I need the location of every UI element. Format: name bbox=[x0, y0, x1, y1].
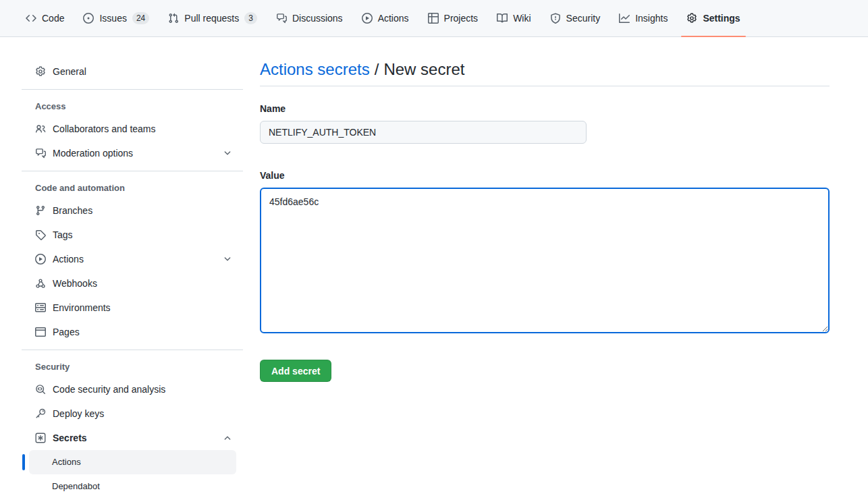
sidebar-section-code-automation: Code and automation bbox=[22, 177, 243, 198]
sidebar-item-label: Tags bbox=[53, 228, 73, 242]
sidebar-item-label: Actions bbox=[52, 455, 81, 469]
tab-label: Issues bbox=[99, 13, 126, 24]
sidebar-subitem-secrets-actions[interactable]: Actions bbox=[29, 450, 236, 474]
tab-actions[interactable]: Actions bbox=[356, 0, 414, 36]
sidebar-item-branches[interactable]: Branches bbox=[22, 198, 238, 223]
tab-label: Insights bbox=[635, 13, 668, 24]
chevron-down-icon bbox=[223, 254, 232, 264]
sidebar-item-general[interactable]: General bbox=[22, 59, 238, 84]
gear-icon bbox=[35, 66, 46, 77]
play-icon bbox=[362, 13, 373, 24]
sidebar-item-label: Pages bbox=[53, 325, 80, 339]
table-icon bbox=[428, 13, 439, 24]
pull-requests-count-badge: 3 bbox=[244, 12, 257, 24]
sidebar-divider bbox=[22, 350, 243, 350]
sidebar-item-code-security[interactable]: Code security and analysis bbox=[22, 377, 238, 401]
tab-insights[interactable]: Insights bbox=[614, 0, 673, 36]
sidebar-item-label: Moderation options bbox=[53, 146, 133, 160]
sidebar-item-environments[interactable]: Environments bbox=[22, 296, 238, 320]
tab-wiki[interactable]: Wiki bbox=[491, 0, 536, 36]
key-asterisk-icon bbox=[35, 433, 46, 443]
breadcrumb: Actions secrets/New secret bbox=[260, 59, 830, 86]
sidebar-item-label: Deploy keys bbox=[53, 407, 104, 420]
tab-security[interactable]: Security bbox=[545, 0, 606, 36]
tab-label: Actions bbox=[378, 13, 409, 24]
comment-discussion-icon bbox=[276, 13, 287, 24]
tab-code[interactable]: Code bbox=[20, 0, 70, 36]
key-icon bbox=[35, 408, 46, 419]
chevron-up-icon bbox=[223, 433, 232, 443]
secret-name-input[interactable] bbox=[260, 121, 587, 144]
sidebar-item-label: Webhooks bbox=[53, 277, 97, 290]
code-icon bbox=[26, 13, 36, 24]
server-icon bbox=[35, 302, 46, 313]
browser-icon bbox=[35, 327, 46, 337]
git-branch-icon bbox=[35, 205, 46, 216]
sidebar-item-label: Branches bbox=[53, 204, 92, 217]
issue-opened-icon bbox=[83, 13, 94, 24]
sidebar-section-access: Access bbox=[22, 95, 243, 117]
sidebar-divider bbox=[22, 89, 243, 90]
breadcrumb-separator: / bbox=[375, 60, 379, 78]
secret-value-textarea[interactable]: 45fd6ae56c bbox=[260, 188, 830, 333]
sidebar-item-deploy-keys[interactable]: Deploy keys bbox=[22, 401, 238, 426]
sidebar-item-label: Dependabot bbox=[52, 480, 100, 493]
add-secret-button[interactable]: Add secret bbox=[260, 360, 331, 382]
codescan-icon bbox=[35, 384, 46, 395]
sidebar-item-label: General bbox=[53, 65, 86, 78]
sidebar-item-label: Environments bbox=[53, 301, 111, 314]
webhook-icon bbox=[35, 278, 46, 289]
git-pull-request-icon bbox=[168, 13, 179, 24]
tab-label: Projects bbox=[444, 13, 479, 24]
sidebar-item-secrets[interactable]: Secrets bbox=[22, 426, 238, 450]
settings-page: General Access Collaborators and teams M… bbox=[0, 37, 868, 499]
chevron-down-icon bbox=[223, 148, 232, 158]
tab-label: Wiki bbox=[513, 13, 531, 24]
sidebar-item-label: Secrets bbox=[53, 431, 87, 445]
sidebar-item-label: Actions bbox=[53, 252, 84, 266]
sidebar-item-collaborators[interactable]: Collaborators and teams bbox=[22, 117, 238, 141]
sidebar-item-webhooks[interactable]: Webhooks bbox=[22, 271, 238, 296]
tab-label: Discussions bbox=[292, 13, 343, 24]
book-icon bbox=[497, 13, 508, 24]
graph-icon bbox=[619, 13, 630, 24]
sidebar-item-label: Code security and analysis bbox=[53, 383, 165, 396]
sidebar-subitem-secrets-dependabot[interactable]: Dependabot bbox=[29, 474, 236, 499]
tab-label: Code bbox=[42, 13, 64, 24]
tab-label: Pull requests bbox=[184, 13, 239, 24]
sidebar-divider bbox=[22, 171, 243, 171]
tab-pull-requests[interactable]: Pull requests 3 bbox=[163, 0, 263, 36]
actions-secrets-link[interactable]: Actions secrets bbox=[260, 60, 370, 78]
shield-icon bbox=[550, 13, 561, 24]
play-icon bbox=[35, 254, 46, 265]
tab-label: Security bbox=[566, 13, 601, 24]
settings-sidebar: General Access Collaborators and teams M… bbox=[22, 59, 243, 499]
sidebar-item-actions[interactable]: Actions bbox=[22, 247, 238, 271]
tab-settings[interactable]: Settings bbox=[681, 0, 745, 36]
sidebar-item-tags[interactable]: Tags bbox=[22, 223, 238, 247]
page-title: New secret bbox=[383, 60, 464, 78]
repo-tab-nav: Code Issues 24 Pull requests 3 Discussio… bbox=[0, 0, 868, 37]
sidebar-item-label: Collaborators and teams bbox=[53, 122, 156, 136]
people-icon bbox=[35, 123, 46, 134]
tab-issues[interactable]: Issues 24 bbox=[78, 0, 155, 36]
sidebar-item-pages[interactable]: Pages bbox=[22, 320, 238, 344]
tag-icon bbox=[35, 229, 46, 240]
comment-discussion-icon bbox=[35, 148, 46, 159]
tab-discussions[interactable]: Discussions bbox=[271, 0, 348, 36]
sidebar-item-moderation-options[interactable]: Moderation options bbox=[22, 141, 238, 165]
tab-projects[interactable]: Projects bbox=[423, 0, 484, 36]
value-label: Value bbox=[260, 170, 830, 181]
name-label: Name bbox=[260, 103, 830, 114]
new-secret-form: Actions secrets/New secret Name Value 45… bbox=[260, 59, 830, 499]
issues-count-badge: 24 bbox=[132, 12, 149, 24]
tab-label: Settings bbox=[703, 13, 740, 24]
gear-icon bbox=[686, 13, 697, 24]
sidebar-section-security: Security bbox=[22, 356, 243, 377]
